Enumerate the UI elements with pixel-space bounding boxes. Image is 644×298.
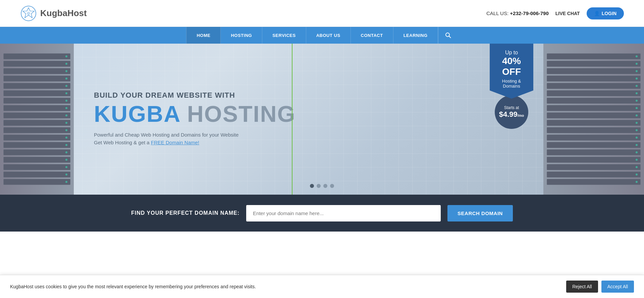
price-hosting: Hosting &Domains — [497, 79, 526, 89]
hero-divider-line — [292, 44, 292, 195]
server-unit — [547, 164, 641, 170]
server-unit — [547, 68, 641, 74]
price-up-to: Up to — [497, 50, 526, 56]
hero-desc-2: Get Web Hosting & get a FREE Domain Name… — [94, 140, 644, 145]
login-button[interactable]: 👤 LOGIN — [587, 7, 624, 19]
server-unit — [3, 179, 70, 185]
hero-content: BUILD YOUR DREAM WEBSITE WITH KUGBA HOST… — [0, 91, 644, 147]
price-starts: Starts at — [504, 105, 519, 110]
price-amount: $4.99/mo — [499, 110, 524, 119]
server-unit — [3, 149, 70, 155]
carousel-dot-4[interactable] — [330, 184, 334, 188]
logo-text: KugbaHost — [40, 8, 87, 18]
server-unit — [3, 171, 70, 178]
price-tag: Up to 40% OFF Hosting &Domains Starts at… — [490, 44, 533, 129]
hero-desc-1: Powerful and Cheap Web Hosting and Domai… — [94, 132, 644, 138]
carousel-dot-3[interactable] — [323, 184, 327, 188]
server-unit — [3, 68, 70, 74]
logo-area[interactable]: KugbaHost — [20, 5, 87, 22]
carousel-dots — [310, 184, 334, 188]
server-unit — [3, 157, 70, 163]
server-unit — [547, 61, 641, 67]
hero-title-kugba: KUGBA — [94, 101, 180, 127]
live-chat-link[interactable]: LIVE CHAT — [555, 11, 580, 16]
server-unit — [3, 53, 70, 59]
nav-item-learning[interactable]: LEARNING — [393, 27, 438, 44]
server-unit — [547, 76, 641, 82]
server-unit — [3, 83, 70, 89]
site-header: KugbaHost CALL US: +232-79-006-790 LIVE … — [0, 0, 644, 27]
call-us: CALL US: +232-79-006-790 — [486, 10, 549, 16]
user-icon: 👤 — [594, 11, 600, 16]
logo-icon — [20, 5, 37, 22]
domain-input[interactable] — [246, 205, 441, 221]
search-domain-button[interactable]: SEARCH DOMAIN — [447, 205, 513, 221]
carousel-dot-1[interactable] — [310, 184, 314, 188]
server-unit — [547, 179, 641, 185]
domain-search-section: FIND YOUR PERFECT DOMAIN NAME: SEARCH DO… — [0, 195, 644, 232]
server-unit — [547, 149, 641, 155]
server-unit — [547, 171, 641, 178]
price-tag-box: Up to 40% OFF Hosting &Domains — [490, 44, 533, 99]
price-percent: 40% OFF — [497, 56, 526, 77]
server-unit — [3, 61, 70, 67]
nav-item-about[interactable]: ABOUT US — [306, 27, 351, 44]
server-unit — [547, 83, 641, 89]
domain-label: FIND YOUR PERFECT DOMAIN NAME: — [131, 210, 239, 216]
main-nav: HOME HOSTING SERVICES ABOUT US CONTACT L… — [0, 27, 644, 44]
server-unit — [547, 157, 641, 163]
hero-title-hosting: HOSTING — [187, 101, 296, 127]
nav-item-hosting[interactable]: HOSTING — [221, 27, 262, 44]
hero-section: BUILD YOUR DREAM WEBSITE WITH KUGBA HOST… — [0, 44, 644, 195]
hero-title: KUGBA HOSTING — [94, 102, 644, 125]
svg-line-4 — [449, 36, 450, 38]
free-domain-link[interactable]: FREE Domain Name! — [151, 140, 199, 145]
carousel-dot-2[interactable] — [317, 184, 321, 188]
nav-item-contact[interactable]: CONTACT — [351, 27, 393, 44]
server-unit — [547, 53, 641, 59]
nav-item-home[interactable]: HOME — [186, 27, 221, 44]
nav-item-services[interactable]: SERVICES — [262, 27, 306, 44]
svg-point-2 — [27, 12, 30, 15]
server-unit — [3, 76, 70, 82]
header-right: CALL US: +232-79-006-790 LIVE CHAT 👤 LOG… — [486, 7, 624, 19]
nav-search-icon[interactable] — [438, 27, 458, 44]
hero-subtitle: BUILD YOUR DREAM WEBSITE WITH — [94, 91, 644, 100]
server-unit — [3, 164, 70, 170]
price-circle: Starts at $4.99/mo — [495, 95, 528, 129]
